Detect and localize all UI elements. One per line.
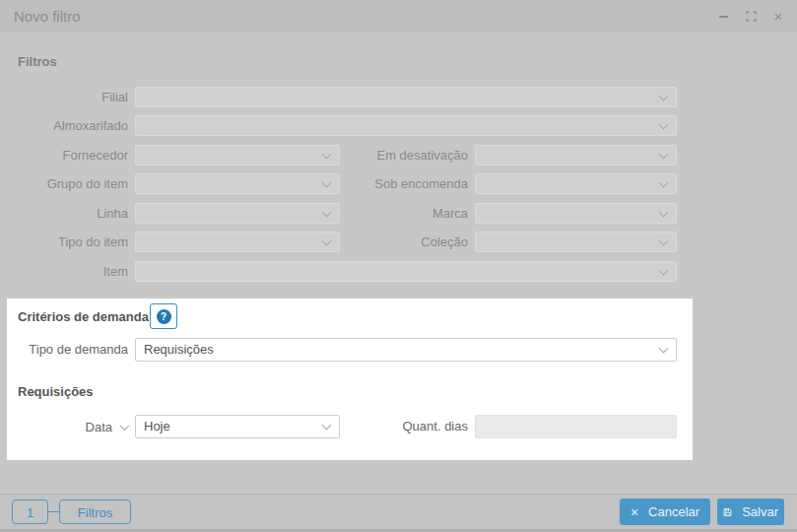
minimize-button[interactable]	[716, 10, 730, 24]
minimize-icon	[719, 16, 728, 18]
data-label: Data	[86, 420, 112, 434]
close-button[interactable]: ×	[771, 10, 785, 24]
almoxarifado-select[interactable]	[135, 115, 677, 136]
chevron-down-icon	[659, 91, 669, 100]
quant-dias-input	[475, 415, 677, 438]
dialog-title: Novo filtro	[14, 8, 81, 25]
page-number-button[interactable]: 1	[12, 499, 48, 524]
em-desativacao-select[interactable]	[475, 145, 677, 166]
em-desativacao-label: Em desativação	[340, 145, 468, 166]
window-controls: ×	[716, 10, 787, 24]
item-select[interactable]	[135, 261, 677, 282]
item-label: Item	[0, 261, 128, 282]
novo-filtro-dialog: Novo filtro × Filtros Filial Almoxarifad…	[0, 0, 797, 532]
chevron-down-icon	[322, 149, 332, 159]
footer-bar: 1 Filtros × Cancelar Salvar	[0, 494, 797, 532]
question-mark-icon: ?	[157, 309, 171, 324]
cancel-button-label: Cancelar	[648, 504, 699, 519]
chevron-down-icon	[120, 421, 130, 431]
linha-label: Linha	[0, 203, 128, 224]
close-icon: ×	[774, 10, 783, 24]
criterios-section-title: Critérios de demanda	[18, 309, 149, 324]
linha-select[interactable]	[135, 203, 340, 224]
chevron-down-icon	[659, 265, 669, 275]
maximize-button[interactable]	[744, 10, 758, 24]
save-button[interactable]: Salvar	[717, 499, 784, 525]
chevron-down-icon	[322, 421, 332, 431]
chevron-down-icon	[659, 207, 669, 217]
help-button[interactable]: ?	[150, 303, 177, 329]
marca-select[interactable]	[475, 203, 677, 224]
chevron-down-icon	[659, 235, 669, 245]
filial-label: Filial	[0, 87, 128, 107]
chevron-down-icon	[659, 119, 669, 129]
chevron-down-icon	[322, 207, 332, 217]
tipo-de-demanda-label: Tipo de demanda	[7, 338, 128, 362]
chevron-down-icon	[322, 177, 332, 187]
filtros-tab-button[interactable]: Filtros	[59, 499, 131, 524]
fornecedor-select[interactable]	[135, 145, 340, 166]
chevron-down-icon	[322, 235, 332, 245]
grupo-do-item-label: Grupo do item	[0, 173, 128, 194]
criterios-de-demanda-section: Critérios de demanda ? Tipo de demanda R…	[7, 299, 693, 460]
requisicoes-section-title: Requisições	[18, 384, 94, 399]
tipo-de-demanda-select[interactable]: Requisições	[135, 338, 677, 362]
filial-select[interactable]	[135, 87, 677, 107]
maximize-icon	[746, 11, 757, 22]
filtros-section-title: Filtros	[18, 54, 57, 69]
colecao-select[interactable]	[475, 232, 677, 252]
quant-dias-label: Quant. dias	[340, 415, 468, 438]
titlebar: Novo filtro ×	[0, 0, 797, 33]
data-field-selector[interactable]: Data	[7, 415, 130, 438]
chevron-down-icon	[659, 177, 669, 187]
chevron-down-icon	[659, 344, 669, 354]
close-x-icon: ×	[631, 505, 638, 519]
cancel-button[interactable]: × Cancelar	[620, 499, 710, 525]
save-button-label: Salvar	[742, 504, 778, 519]
marca-label: Marca	[340, 203, 468, 224]
almoxarifado-label: Almoxarifado	[0, 115, 128, 136]
sob-encomenda-label: Sob encomenda	[340, 173, 468, 194]
sob-encomenda-select[interactable]	[475, 173, 677, 194]
floppy-disk-icon	[723, 506, 732, 518]
tipo-do-item-label: Tipo do item	[0, 232, 128, 252]
tipo-de-demanda-value: Requisições	[144, 342, 214, 357]
data-value: Hoje	[144, 419, 170, 433]
chevron-down-icon	[659, 149, 669, 159]
colecao-label: Coleção	[340, 232, 468, 252]
data-value-select[interactable]: Hoje	[135, 415, 340, 438]
tipo-do-item-select[interactable]	[135, 232, 340, 252]
grupo-do-item-select[interactable]	[135, 173, 340, 194]
fornecedor-label: Fornecedor	[0, 145, 128, 166]
